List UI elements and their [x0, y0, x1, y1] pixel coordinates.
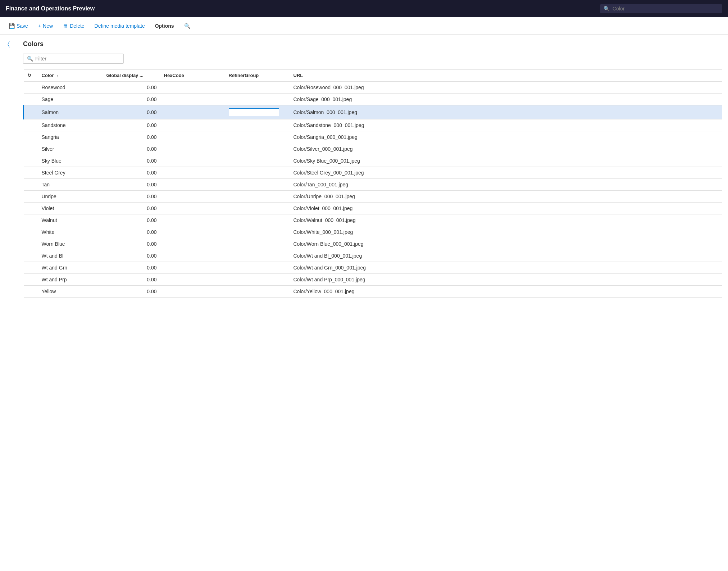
row-indicator — [24, 105, 38, 119]
cell-hexcode — [160, 179, 225, 191]
cell-color: Yellow — [38, 286, 103, 298]
search-icon: 🔍 — [604, 6, 610, 12]
table-row[interactable]: Worn Blue0.00Color/Worn Blue_000_001.jpe… — [24, 238, 723, 250]
cell-refiner-group — [225, 119, 290, 131]
cell-color: Violet — [38, 203, 103, 214]
cell-global-display: 0.00 — [103, 191, 160, 203]
plus-icon: + — [38, 23, 41, 29]
cell-refiner-group[interactable] — [225, 105, 290, 119]
cell-refiner-group — [225, 155, 290, 167]
cell-hexcode — [160, 226, 225, 238]
content-area: Colors 🔍 ↻ Color ↑ Global display ... He… — [17, 35, 728, 571]
row-indicator — [24, 262, 38, 274]
table-row[interactable]: Wt and Bl0.00Color/Wt and Bl_000_001.jpe… — [24, 250, 723, 262]
cell-color: Salmon — [38, 105, 103, 119]
cell-url: Color/Sky Blue_000_001.jpeg — [290, 155, 723, 167]
cell-color: Sage — [38, 94, 103, 105]
refiner-group-input[interactable] — [229, 108, 279, 116]
toolbar-search-button[interactable]: 🔍 — [180, 21, 195, 31]
new-button[interactable]: + New — [34, 21, 57, 31]
toolbar: 💾 Save + New 🗑 Delete Define media templ… — [0, 17, 728, 35]
cell-color: Wt and Bl — [38, 250, 103, 262]
filter-input[interactable] — [35, 56, 120, 62]
cell-global-display: 0.00 — [103, 143, 160, 155]
cell-url: Color/Steel Grey_000_001.jpeg — [290, 167, 723, 179]
cell-refiner-group — [225, 167, 290, 179]
save-button[interactable]: 💾 Save — [4, 21, 32, 31]
row-indicator — [24, 226, 38, 238]
table-row[interactable]: Wt and Grn0.00Color/Wt and Grn_000_001.j… — [24, 262, 723, 274]
cell-url: Color/White_000_001.jpeg — [290, 226, 723, 238]
cell-hexcode — [160, 238, 225, 250]
cell-global-display: 0.00 — [103, 262, 160, 274]
cell-refiner-group — [225, 81, 290, 94]
main-layout: 〈 Colors 🔍 ↻ Color ↑ Global display ... … — [0, 35, 728, 571]
cell-hexcode — [160, 191, 225, 203]
cell-global-display: 0.00 — [103, 167, 160, 179]
cell-url: Color/Wt and Grn_000_001.jpeg — [290, 262, 723, 274]
cell-color: Walnut — [38, 214, 103, 226]
cell-url: Color/Wt and Bl_000_001.jpeg — [290, 250, 723, 262]
row-indicator — [24, 119, 38, 131]
cell-color: Wt and Grn — [38, 262, 103, 274]
header-search-box[interactable]: 🔍 — [600, 4, 722, 13]
col-refiner-header: RefinerGroup — [225, 70, 290, 82]
toolbar-search-icon: 🔍 — [184, 23, 190, 29]
cell-url: Color/Salmon_000_001.jpeg — [290, 105, 723, 119]
cell-url: Color/Walnut_000_001.jpeg — [290, 214, 723, 226]
save-icon: 💾 — [9, 23, 15, 29]
table-row[interactable]: Unripe0.00Color/Unripe_000_001.jpeg — [24, 191, 723, 203]
define-media-button[interactable]: Define media template — [90, 21, 149, 31]
table-row[interactable]: Sky Blue0.00Color/Sky Blue_000_001.jpeg — [24, 155, 723, 167]
table-row[interactable]: Sandstone0.00Color/Sandstone_000_001.jpe… — [24, 119, 723, 131]
cell-global-display: 0.00 — [103, 214, 160, 226]
delete-button[interactable]: 🗑 Delete — [59, 21, 88, 31]
table-row[interactable]: Rosewood0.00Color/Rosewood_000_001.jpeg — [24, 81, 723, 94]
cell-refiner-group — [225, 214, 290, 226]
col-color-header[interactable]: Color ↑ — [38, 70, 103, 82]
options-button[interactable]: Options — [151, 21, 178, 31]
page-title: Colors — [23, 40, 722, 48]
data-table: ↻ Color ↑ Global display ... HexCode Ref… — [23, 69, 722, 298]
cell-refiner-group — [225, 274, 290, 286]
table-row[interactable]: Steel Grey0.00Color/Steel Grey_000_001.j… — [24, 167, 723, 179]
filter-icon[interactable]: 〈 — [8, 40, 10, 571]
cell-color: Worn Blue — [38, 238, 103, 250]
cell-global-display: 0.00 — [103, 274, 160, 286]
cell-global-display: 0.00 — [103, 81, 160, 94]
cell-refiner-group — [225, 191, 290, 203]
table-body: Rosewood0.00Color/Rosewood_000_001.jpegS… — [24, 81, 723, 298]
table-row[interactable]: White0.00Color/White_000_001.jpeg — [24, 226, 723, 238]
header-search-input[interactable] — [613, 6, 719, 12]
cell-hexcode — [160, 250, 225, 262]
cell-refiner-group — [225, 94, 290, 105]
table-row[interactable]: Sangria0.00Color/Sangria_000_001.jpeg — [24, 131, 723, 143]
cell-hexcode — [160, 286, 225, 298]
table-row[interactable]: Salmon0.00Color/Salmon_000_001.jpeg — [24, 105, 723, 119]
table-row[interactable]: Violet0.00Color/Violet_000_001.jpeg — [24, 203, 723, 214]
table-row[interactable]: Tan0.00Color/Tan_000_001.jpeg — [24, 179, 723, 191]
cell-url: Color/Sandstone_000_001.jpeg — [290, 119, 723, 131]
table-row[interactable]: Sage0.00Color/Sage_000_001.jpeg — [24, 94, 723, 105]
cell-global-display: 0.00 — [103, 226, 160, 238]
table-row[interactable]: Wt and Prp0.00Color/Wt and Prp_000_001.j… — [24, 274, 723, 286]
app-header: Finance and Operations Preview 🔍 — [0, 0, 728, 17]
row-indicator — [24, 250, 38, 262]
cell-refiner-group — [225, 238, 290, 250]
cell-global-display: 0.00 — [103, 155, 160, 167]
table-row[interactable]: Silver0.00Color/Silver_000_001.jpeg — [24, 143, 723, 155]
cell-global-display: 0.00 — [103, 203, 160, 214]
table-row[interactable]: Walnut0.00Color/Walnut_000_001.jpeg — [24, 214, 723, 226]
sidebar-filter: 〈 — [0, 35, 17, 571]
cell-color: Steel Grey — [38, 167, 103, 179]
cell-hexcode — [160, 105, 225, 119]
table-row[interactable]: Yellow0.00Color/Yellow_000_001.jpeg — [24, 286, 723, 298]
filter-box[interactable]: 🔍 — [23, 54, 124, 64]
row-indicator — [24, 191, 38, 203]
cell-global-display: 0.00 — [103, 238, 160, 250]
refresh-icon[interactable]: ↻ — [27, 73, 31, 78]
cell-global-display: 0.00 — [103, 131, 160, 143]
delete-icon: 🗑 — [63, 23, 68, 29]
cell-color: White — [38, 226, 103, 238]
col-refresh-header: ↻ — [24, 70, 38, 82]
